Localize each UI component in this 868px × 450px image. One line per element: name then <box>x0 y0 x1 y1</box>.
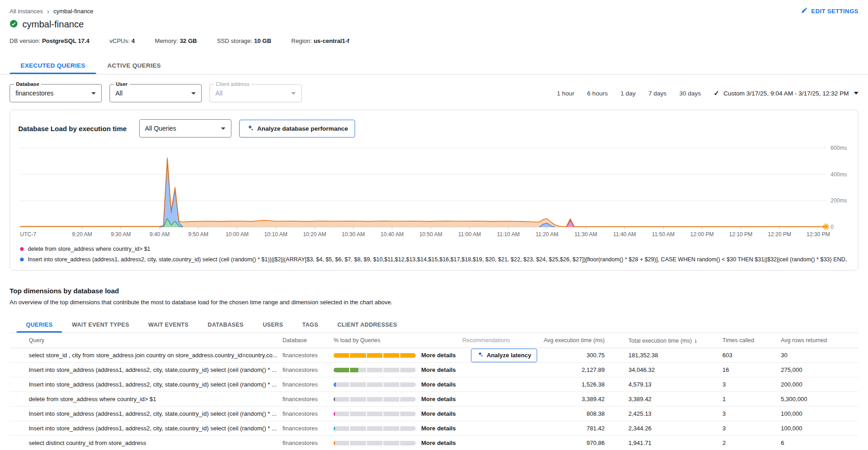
filter-value: All <box>115 90 123 97</box>
tab-active-queries[interactable]: ACTIVE QUERIES <box>96 57 172 74</box>
column-header-query[interactable]: Query <box>10 337 282 344</box>
cell-query[interactable]: Insert into store_address (address1, add… <box>10 425 282 432</box>
more-details-link[interactable]: More details <box>421 425 456 432</box>
cell-query[interactable]: Insert into store_address (address1, add… <box>10 381 282 388</box>
main-tabs: EXECUTED QUERIESACTIVE QUERIES <box>0 57 868 74</box>
cell-query[interactable]: select distinct country_id from store_ad… <box>10 439 282 446</box>
filter-client-address: Client addressAll <box>209 84 302 102</box>
top-dimensions-subtitle: An overview of the top dimensions that c… <box>10 299 858 306</box>
more-details-link[interactable]: More details <box>421 410 456 417</box>
meta-memory: Memory:32 GB <box>155 37 197 44</box>
cell-query[interactable]: delete from store_address where country_… <box>10 396 282 402</box>
filter-row: DatabasefinancestoresUserAllClient addre… <box>0 74 868 102</box>
dim-tab-queries[interactable]: QUERIES <box>16 317 62 333</box>
column-header-total-execution-time-ms[interactable]: Total execution time (ms)↓ <box>628 337 722 344</box>
chart-legend: delete from store_address where country_… <box>10 241 858 267</box>
svg-text:11:30 AM: 11:30 AM <box>575 231 597 238</box>
time-range-1-day[interactable]: 1 day <box>621 90 636 97</box>
column-header-times-called[interactable]: Times called <box>722 337 781 344</box>
cell-query[interactable]: Insert into store_address (address1, add… <box>10 410 282 417</box>
analyze-latency-button[interactable]: Analyze latency <box>471 349 537 362</box>
cell-database: financestores <box>282 352 334 359</box>
time-range-30-days[interactable]: 30 days <box>679 90 701 97</box>
cell-avg-rows-returned: 30 <box>781 352 854 359</box>
table-row: Insert into store_address (address1, add… <box>10 363 858 377</box>
filter-database[interactable]: Databasefinancestores <box>10 84 102 102</box>
cell-total-execution-time: 4,579.13 <box>628 381 722 388</box>
load-bar <box>334 412 416 416</box>
filter-value: All <box>215 90 223 97</box>
legend-query-text: delete from store_address where country_… <box>28 246 151 252</box>
load-chart[interactable]: 600ms400ms200ms0UTC-79:20 AM9:30 AM9:40 … <box>16 142 854 241</box>
table-body: select store_id , city from store_addres… <box>10 348 858 450</box>
svg-text:9:50 AM: 9:50 AM <box>188 231 209 238</box>
more-details-link[interactable]: More details <box>421 396 456 402</box>
dim-tab-tags[interactable]: TAGS <box>293 317 328 333</box>
column-header-avg-rows-returned[interactable]: Avg rows returned <box>781 337 854 344</box>
tab-executed-queries[interactable]: EXECUTED QUERIES <box>10 57 96 74</box>
chevron-right-icon: › <box>47 8 49 15</box>
spark-icon <box>477 351 483 359</box>
filter-label: Database <box>14 81 41 87</box>
meta-vcpus: vCPUs:4 <box>110 37 135 44</box>
column-header-recommendations[interactable]: Recommendations <box>462 337 541 344</box>
svg-text:10:20 AM: 10:20 AM <box>303 231 326 238</box>
cell-recommendations: Analyze latency <box>462 349 541 362</box>
edit-settings-button[interactable]: EDIT SETTINGS <box>801 7 858 15</box>
time-range-7-days[interactable]: 7 days <box>648 90 667 97</box>
more-details-link[interactable]: More details <box>421 381 456 388</box>
breadcrumb: All instances › cymbal-finance <box>10 8 93 15</box>
svg-text:10:40 AM: 10:40 AM <box>381 231 404 238</box>
cell-total-execution-time: 3,389.42 <box>628 396 722 402</box>
svg-text:11:40 AM: 11:40 AM <box>613 231 636 238</box>
cell-query[interactable]: select store_id , city from store_addres… <box>10 352 282 359</box>
dim-tab-client-addresses[interactable]: CLIENT ADDRESSES <box>328 317 407 333</box>
cell-total-execution-time: 2,344.26 <box>628 425 722 432</box>
table-row: Insert into store_address (address1, add… <box>10 377 858 392</box>
cell-query[interactable]: Insert into store_address (address1, add… <box>10 366 282 373</box>
cell-times-called: 16 <box>722 366 781 373</box>
table-header-row: QueryDatabase% load by QueriesRecommenda… <box>10 333 858 348</box>
column-header-database[interactable]: Database <box>282 337 334 344</box>
sort-desc-icon[interactable]: ↓ <box>694 337 697 344</box>
column-header-avg-execution-time-ms[interactable]: Avg execution time (ms) <box>541 337 628 344</box>
query-filter-select[interactable]: All Queries <box>139 119 231 138</box>
cell-times-called: 2 <box>722 439 781 446</box>
svg-text:10:30 AM: 10:30 AM <box>342 231 365 238</box>
legend-dot-icon <box>20 258 24 261</box>
time-range-1-hour[interactable]: 1 hour <box>557 90 574 97</box>
more-details-link[interactable]: More details <box>421 366 456 373</box>
more-details-link[interactable]: More details <box>421 439 456 446</box>
cell-avg-execution-time: 808.38 <box>541 410 628 417</box>
svg-text:UTC-7: UTC-7 <box>20 231 37 238</box>
column-header-load-by-queries[interactable]: % load by Queries <box>334 337 462 344</box>
cell-database: financestores <box>282 439 334 446</box>
filter-user[interactable]: UserAll <box>110 84 202 102</box>
breadcrumb-all-instances[interactable]: All instances <box>10 8 43 15</box>
dim-tab-wait-events[interactable]: WAIT EVENTS <box>139 317 198 333</box>
dim-tab-wait-event-types[interactable]: WAIT EVENT TYPES <box>62 317 139 333</box>
svg-text:10:50 AM: 10:50 AM <box>419 231 443 238</box>
cell-database: financestores <box>282 410 334 417</box>
title-row: cymbal-finance <box>0 15 868 30</box>
cell-times-called: 1 <box>722 396 781 402</box>
more-details-link[interactable]: More details <box>421 352 456 359</box>
cell-load: More details <box>334 410 462 417</box>
load-chart-card: Database Load by execution time All Quer… <box>10 110 858 270</box>
meta-value: 4 <box>131 37 135 44</box>
top-dimensions-title: Top dimensions by database load <box>10 287 858 295</box>
time-range: 1 hour6 hours1 day7 days30 days✓Custom 3… <box>557 89 858 97</box>
legend-item-2[interactable]: Insert into store_address (address1, add… <box>20 256 848 263</box>
cell-avg-rows-returned: 275,000 <box>781 366 854 373</box>
dim-tab-databases[interactable]: DATABASES <box>198 317 253 333</box>
time-range-custom[interactable]: ✓Custom 3/17/25, 9:04 AM - 3/17/25, 12:3… <box>714 89 858 97</box>
legend-item-1[interactable]: delete from store_address where country_… <box>20 246 848 252</box>
spark-icon <box>246 124 254 133</box>
meta-label: vCPUs: <box>110 37 130 44</box>
meta-label: DB version: <box>10 37 40 44</box>
time-range-custom-label: Custom 3/17/25, 9:04 AM - 3/17/25, 12:32… <box>723 90 849 97</box>
cell-times-called: 603 <box>722 352 781 359</box>
analyze-database-performance-button[interactable]: Analyze database performance <box>239 120 356 138</box>
dim-tab-users[interactable]: USERS <box>253 317 293 333</box>
time-range-6-hours[interactable]: 6 hours <box>587 90 608 97</box>
